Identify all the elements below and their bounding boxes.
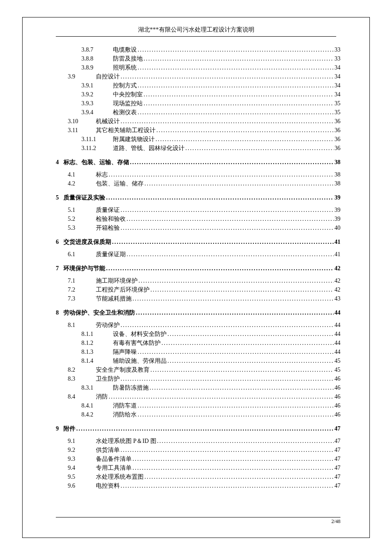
toc-entry-number: 3.10	[68, 117, 94, 126]
toc-entry-number: 8.1.2	[81, 338, 111, 347]
toc-entry-number: 9.3	[68, 454, 94, 463]
toc-leader-dots: ........................................…	[167, 356, 334, 365]
toc-entry-title: 包装、运输、储存	[96, 179, 144, 188]
toc-entry-title: 隔声降噪	[113, 347, 137, 356]
toc-entry-title: 道路、管线、园林绿化设计	[113, 144, 184, 153]
toc-entry-title: 机械设计	[96, 117, 120, 126]
toc-entry: 8.1.3隔声降噪...............................…	[56, 347, 340, 356]
toc-entry: 7.3节能减耗措施...............................…	[56, 294, 340, 303]
toc-leader-dots: ........................................…	[138, 276, 334, 285]
toc-leader-dots: ........................................…	[133, 294, 334, 303]
toc-leader-dots: ........................................…	[150, 285, 334, 294]
toc-leader-dots: ........................................…	[157, 436, 334, 445]
toc-leader-dots: ........................................…	[156, 135, 334, 144]
toc-entry-title: 控制方式	[113, 81, 137, 90]
toc-leader-dots: ........................................…	[127, 250, 334, 259]
toc-entry-page: 47	[334, 436, 340, 445]
toc-entry-page: 46	[334, 392, 340, 401]
toc-entry-number: 3.9.2	[81, 90, 111, 99]
toc-entry-number: 8.1	[68, 321, 94, 330]
toc-entry-number: 3.9.4	[81, 108, 111, 117]
toc-entry: 5质量保证及实验................................…	[56, 193, 340, 202]
toc-entry: 8.4消防...................................…	[56, 392, 340, 401]
toc-entry: 8.1.2有毒有害气体防护...........................…	[56, 338, 340, 347]
toc-entry: 9.6电控资料.................................…	[56, 481, 340, 490]
toc-entry: 9.5水处理系统布置图.............................…	[56, 472, 340, 481]
toc-leader-dots: ........................................…	[121, 445, 334, 454]
toc-entry-number: 3.11.1	[81, 135, 111, 144]
toc-leader-dots: ........................................…	[106, 264, 334, 273]
toc-leader-dots: ........................................…	[106, 193, 334, 202]
toc-entry-page: 46	[334, 410, 340, 419]
toc-entry: 4标志、包装、运输、存储............................…	[56, 158, 340, 167]
toc-entry-title: 备品备件清单	[96, 454, 132, 463]
toc-entry-page: 44	[334, 308, 340, 317]
table-of-contents: 3.8.7电缆敷设...............................…	[23, 45, 369, 490]
toc-entry: 7.1施工期环境保护..............................…	[56, 276, 340, 285]
toc-entry-page: 34	[334, 81, 340, 90]
toc-entry-title: 现场监控站	[113, 99, 143, 108]
toc-entry-title: 开箱检验	[96, 223, 120, 232]
toc-entry-number: 5	[56, 193, 62, 202]
toc-entry-number: 9.6	[68, 481, 94, 490]
toc-entry-number: 8.4.2	[81, 410, 111, 419]
toc-entry-number: 5.2	[68, 214, 94, 223]
toc-entry-page: 46	[334, 383, 340, 392]
toc-entry-number: 4.2	[68, 179, 94, 188]
toc-entry-number: 7.1	[68, 276, 94, 285]
toc-entry-number: 9	[56, 424, 62, 433]
toc-entry-number: 3.11.2	[81, 144, 111, 153]
toc-entry-number: 8.2	[68, 365, 94, 374]
toc-leader-dots: ........................................…	[185, 144, 334, 153]
toc-leader-dots: ........................................…	[121, 205, 334, 214]
toc-entry-number: 7	[56, 264, 62, 273]
toc-entry-title: 附属建筑物设计	[113, 135, 155, 144]
toc-entry: 6交货进度及保质期...............................…	[56, 237, 340, 246]
page-number: 2/48	[56, 518, 340, 525]
toc-entry-number: 5.1	[68, 205, 94, 214]
toc-entry-title: 专用工具清单	[96, 463, 132, 472]
toc-entry: 8.1劳动保护.................................…	[56, 321, 340, 330]
toc-entry-title: 防雷及接地	[113, 54, 143, 63]
toc-entry-title: 防暑防冻措施	[113, 383, 149, 392]
toc-entry-page: 44	[334, 321, 340, 330]
toc-entry-title: 消防给水	[113, 410, 137, 419]
toc-leader-dots: ........................................…	[150, 365, 334, 374]
toc-entry-title: 电缆敷设	[113, 45, 137, 54]
toc-leader-dots: ........................................…	[161, 338, 334, 347]
toc-entry: 8.3.1防暑防冻措施.............................…	[56, 383, 340, 392]
toc-entry: 8.4.2消防给水...............................…	[56, 410, 340, 419]
toc-entry-title: 劳动保护	[96, 321, 120, 330]
toc-entry-number: 8.3.1	[81, 383, 111, 392]
page-header: 湖北***有限公司污水处理工程设计方案说明	[56, 26, 336, 37]
toc-entry-title: 工程投产后环境保护	[96, 285, 150, 294]
toc-entry-page: 44	[334, 338, 340, 347]
toc-entry-page: 36	[334, 126, 340, 135]
footer-divider	[56, 517, 340, 517]
toc-entry-number: 8.4	[68, 392, 94, 401]
toc-entry: 3.9.1控制方式...............................…	[56, 81, 340, 90]
toc-entry: 8.1.4辅助设施、劳保用品..........................…	[56, 356, 340, 365]
toc-entry-title: 消防车道	[113, 401, 137, 410]
toc-entry-title: 中央控制室	[113, 90, 143, 99]
toc-leader-dots: ........................................…	[144, 90, 334, 99]
toc-entry-number: 3.9	[68, 72, 94, 81]
toc-entry: 4.2包装、运输、储存.............................…	[56, 179, 340, 188]
toc-entry-title: 劳动保护、安全卫生和消防	[63, 308, 135, 317]
toc-entry-number: 3.11	[68, 126, 94, 135]
toc-leader-dots: ........................................…	[156, 126, 334, 135]
toc-entry: 5.1质量保证.................................…	[56, 205, 340, 214]
toc-entry: 7.2工程投产后环境保护............................…	[56, 285, 340, 294]
toc-entry-title: 质量保证及实验	[63, 193, 105, 202]
toc-leader-dots: ........................................…	[138, 81, 334, 90]
toc-leader-dots: ........................................…	[121, 223, 334, 232]
toc-entry: 9附件.....................................…	[56, 424, 340, 433]
toc-entry: 9.3备品备件清单...............................…	[56, 454, 340, 463]
toc-entry-page: 34	[334, 90, 340, 99]
toc-leader-dots: ........................................…	[121, 374, 334, 383]
toc-leader-dots: ........................................…	[167, 330, 334, 338]
toc-leader-dots: ........................................…	[144, 472, 334, 481]
toc-entry-page: 35	[334, 99, 340, 108]
toc-entry-title: 施工期环境保护	[96, 276, 138, 285]
toc-entry: 3.11其它相关辅助工程设计..........................…	[56, 126, 340, 135]
